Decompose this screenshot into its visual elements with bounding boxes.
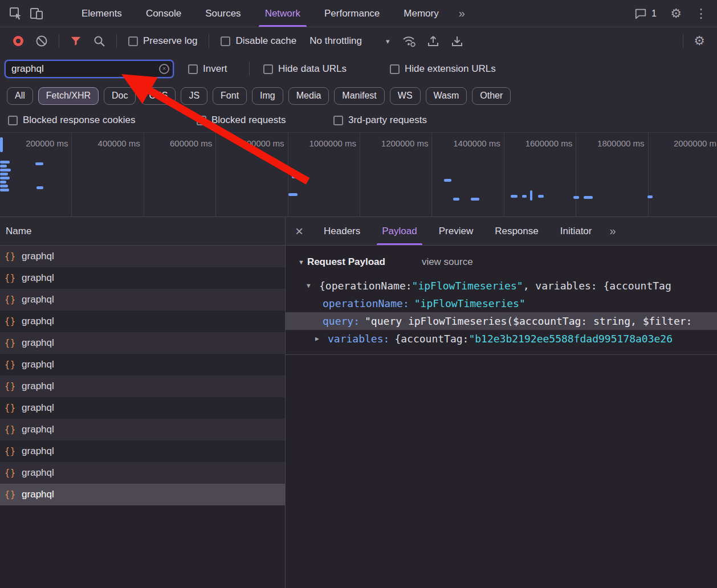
tab-headers[interactable]: Headers	[313, 217, 371, 245]
pill-font[interactable]: Font	[213, 87, 247, 105]
pill-js[interactable]: JS	[181, 87, 207, 105]
network-activity-bar	[0, 185, 8, 187]
fetch-xhr-icon: {}	[5, 360, 16, 370]
request-payload-header: ▼ Request Payload view source	[286, 253, 717, 271]
table-row[interactable]: {}graphql	[0, 440, 285, 462]
table-row[interactable]: {}graphql	[0, 484, 285, 505]
hide-extension-urls-checkbox[interactable]	[390, 64, 400, 74]
blocked-requests-checkbox[interactable]	[197, 116, 206, 125]
preserve-log-checkbox[interactable]	[128, 36, 138, 46]
tab-console[interactable]: Console	[134, 0, 193, 27]
payload-root-text: , variables: {accountTag	[523, 280, 671, 292]
table-row[interactable]: {}graphql	[0, 354, 285, 375]
expand-triangle-icon[interactable]: ▼	[307, 282, 319, 289]
pill-wasm[interactable]: Wasm	[426, 87, 467, 105]
console-messages-button[interactable]: 1	[630, 7, 661, 20]
details-tab-strip: × Headers Payload Preview Response Initi…	[286, 217, 717, 246]
tab-performance[interactable]: Performance	[312, 0, 392, 27]
pill-css[interactable]: CSS	[141, 87, 176, 105]
request-type-filters: All Fetch/XHR Doc CSS JS Font Img Media …	[0, 83, 717, 108]
hide-data-urls-checkbox[interactable]	[263, 64, 273, 74]
request-name: graphql	[22, 316, 54, 327]
search-icon[interactable]	[92, 34, 106, 48]
pill-other[interactable]: Other	[472, 87, 511, 105]
tab-preview[interactable]: Preview	[428, 217, 484, 245]
invert-checkbox[interactable]	[188, 64, 198, 74]
table-row[interactable]: {}graphql	[0, 311, 285, 332]
hide-extension-urls-control[interactable]: Hide extension URLs	[390, 55, 496, 83]
payload-row-operationname[interactable]: operationName: "ipFlowTimeseries"	[286, 295, 717, 312]
settings-gear-icon[interactable]: ⚙	[666, 3, 686, 24]
table-row[interactable]: {}graphql	[0, 462, 285, 484]
tab-initiator[interactable]: Initiator	[549, 217, 603, 245]
message-count: 1	[651, 9, 657, 19]
pill-img[interactable]: Img	[252, 87, 283, 105]
record-button[interactable]	[13, 36, 23, 46]
clear-button[interactable]	[35, 34, 48, 48]
table-row[interactable]: {}graphql	[0, 397, 285, 419]
timeline-overview[interactable]: 200000 ms400000 ms600000 ms800000 ms1000…	[0, 132, 717, 217]
kebab-menu-icon[interactable]: ⋮	[691, 3, 711, 24]
payload-root-row[interactable]: ▼ {operationName: "ipFlowTimeseries", va…	[286, 277, 717, 295]
more-tabs-icon[interactable]: »	[451, 0, 473, 27]
network-activity-bar	[0, 161, 10, 164]
import-har-icon[interactable]	[426, 34, 440, 48]
view-source-link[interactable]: view source	[422, 256, 473, 268]
pill-media[interactable]: Media	[288, 87, 329, 105]
pill-doc[interactable]: Doc	[104, 87, 136, 105]
collapse-triangle-icon[interactable]: ▼	[298, 259, 304, 266]
preserve-log-control[interactable]: Preserve log	[128, 35, 197, 47]
network-toolbar: Preserve log Disable cache No throttling…	[0, 27, 717, 55]
more-detail-tabs-icon[interactable]: »	[609, 224, 616, 238]
tab-sources[interactable]: Sources	[193, 0, 252, 27]
pill-ws[interactable]: WS	[390, 87, 421, 105]
network-settings-gear-icon[interactable]: ⚙	[694, 35, 705, 47]
inspect-element-icon[interactable]	[6, 3, 26, 24]
toolbar-divider	[59, 34, 59, 48]
filter-toggle-icon[interactable]	[70, 35, 82, 47]
third-party-checkbox[interactable]	[333, 116, 343, 125]
network-activity-bar	[522, 195, 527, 198]
blocked-cookies-control[interactable]: Blocked response cookies	[8, 108, 136, 132]
name-column-header[interactable]: Name	[0, 217, 285, 246]
payload-row-query[interactable]: query: "query ipFlowTimeseries($accountT…	[286, 312, 717, 330]
third-party-control[interactable]: 3rd-party requests	[333, 108, 427, 132]
clear-filter-icon[interactable]: ×	[159, 64, 169, 74]
table-row[interactable]: {}graphql	[0, 419, 285, 440]
payload-divider	[286, 354, 717, 355]
payload-row-variables[interactable]: ▶ variables: {accountTag: "b12e3b2192ee5…	[286, 330, 717, 348]
invert-filter-control[interactable]: Invert	[188, 55, 227, 83]
table-row[interactable]: {}graphql	[0, 375, 285, 397]
network-conditions-icon[interactable]	[401, 34, 416, 48]
blocked-requests-control[interactable]: Blocked requests	[197, 108, 286, 132]
timeline-gridline	[144, 133, 144, 217]
network-filter-input[interactable]	[5, 60, 174, 78]
disable-cache-checkbox[interactable]	[221, 36, 230, 46]
fetch-xhr-icon: {}	[5, 273, 16, 283]
tab-network[interactable]: Network	[253, 0, 312, 27]
expand-triangle-icon[interactable]: ▶	[315, 335, 328, 342]
throttling-dropdown[interactable]: No throttling ▾	[309, 35, 389, 47]
pill-manifest[interactable]: Manifest	[334, 87, 384, 105]
timeline-label: 2000000 m	[674, 138, 716, 148]
table-row[interactable]: {}graphql	[0, 246, 285, 267]
tab-elements[interactable]: Elements	[70, 0, 134, 27]
device-toolbar-icon[interactable]	[26, 3, 47, 24]
table-row[interactable]: {}graphql	[0, 289, 285, 311]
payload-key: operationName:	[323, 297, 409, 309]
tab-memory[interactable]: Memory	[392, 0, 450, 27]
hide-data-urls-control[interactable]: Hide data URLs	[263, 55, 347, 83]
pill-all[interactable]: All	[7, 87, 33, 105]
toolbar-divider	[683, 34, 683, 48]
blocked-cookies-checkbox[interactable]	[8, 116, 18, 125]
disable-cache-control[interactable]: Disable cache	[221, 35, 296, 47]
tab-payload[interactable]: Payload	[371, 217, 427, 245]
table-row[interactable]: {}graphql	[0, 332, 285, 354]
blocked-requests-label: Blocked requests	[211, 115, 286, 126]
table-row[interactable]: {}graphql	[0, 267, 285, 289]
timeline-label: 200000 ms	[26, 138, 68, 148]
close-icon[interactable]: ×	[286, 223, 313, 239]
export-har-icon[interactable]	[450, 34, 464, 48]
pill-fetch-xhr[interactable]: Fetch/XHR	[38, 87, 99, 105]
tab-response[interactable]: Response	[484, 217, 549, 245]
